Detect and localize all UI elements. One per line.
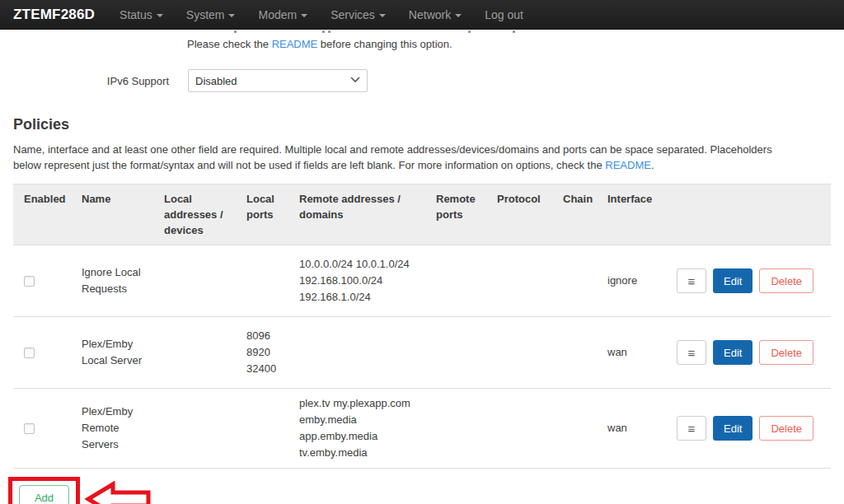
header-remote-ports: Remote ports — [425, 184, 486, 245]
local-ports — [236, 245, 288, 317]
ipv6-support-select[interactable]: Disabled — [188, 69, 368, 92]
navbar: ZTEMF286D Status System Modem Services N… — [0, 0, 844, 30]
policies-title: Policies — [13, 116, 831, 133]
edit-button[interactable]: Edit — [713, 340, 753, 365]
remote-ports — [425, 245, 486, 317]
chain — [552, 245, 597, 317]
header-actions — [666, 184, 831, 245]
header-enabled: Enabled — [13, 184, 71, 245]
row-menu-button[interactable]: ≡ — [677, 416, 706, 441]
edit-button[interactable]: Edit — [713, 268, 753, 293]
policies-description: Name, interface and at least one other f… — [13, 142, 831, 173]
policies-table: Enabled Name Local addresses / devices L… — [13, 184, 831, 469]
local-addresses — [153, 317, 236, 389]
enabled-checkbox[interactable] — [24, 423, 35, 434]
nav-network[interactable]: Network — [397, 0, 473, 30]
interface: wan — [597, 389, 666, 469]
protocol — [486, 389, 552, 469]
remote-ports — [425, 389, 486, 469]
remote-addresses: 10.0.0.0/24 10.0.1.0/24 192.168.100.0/24… — [288, 245, 425, 317]
ipv6-support-row: IPv6 Support Disabled — [13, 69, 831, 92]
delete-button[interactable]: Delete — [759, 268, 814, 293]
caret-down-icon — [228, 14, 235, 17]
header-name: Name — [71, 184, 153, 245]
local-addresses — [153, 245, 236, 317]
add-area: Add — [13, 477, 831, 504]
chain — [552, 389, 597, 469]
enabled-checkbox[interactable] — [24, 276, 35, 287]
annotation-arrow-left-icon — [85, 480, 152, 504]
caret-down-icon — [301, 14, 307, 17]
ipv6-option-description: Please check the README before changing … — [187, 38, 831, 50]
app-brand: ZTEMF286D — [13, 7, 95, 23]
protocol — [486, 317, 552, 389]
delete-button[interactable]: Delete — [759, 340, 814, 365]
protocol — [486, 245, 552, 317]
menu-icon: ≡ — [688, 346, 696, 360]
nav-logout[interactable]: Log out — [473, 0, 535, 30]
remote-addresses: plex.tv my.plexapp.com emby.media app.em… — [288, 389, 425, 469]
caret-down-icon — [379, 14, 386, 17]
row-menu-button[interactable]: ≡ — [677, 340, 706, 365]
policy-name: Plex/Emby Local Server — [71, 317, 153, 389]
nav-modem[interactable]: Modem — [246, 0, 319, 30]
remote-addresses — [288, 317, 425, 389]
policy-name: Ignore Local Requests — [71, 245, 153, 317]
header-local-ports: Local ports — [236, 184, 288, 245]
header-local-addresses: Local addresses / devices — [153, 184, 236, 245]
header-remote-addresses: Remote addresses / domains — [288, 184, 425, 245]
ipv6-support-label: IPv6 Support — [13, 75, 169, 87]
annotation-highlight-box: Add — [8, 477, 80, 504]
header-protocol: Protocol — [486, 184, 552, 245]
readme-link[interactable]: README — [272, 38, 318, 50]
remote-ports — [425, 317, 486, 389]
local-ports: 8096 8920 32400 — [236, 317, 288, 389]
row-menu-button[interactable]: ≡ — [677, 268, 706, 293]
edit-button[interactable]: Edit — [713, 416, 753, 441]
policy-name: Plex/Emby Remote Servers — [71, 389, 153, 469]
menu-icon: ≡ — [688, 274, 696, 288]
enabled-checkbox[interactable] — [24, 348, 35, 358]
delete-button[interactable]: Delete — [759, 416, 814, 441]
nav-status[interactable]: Status — [108, 0, 175, 30]
table-header-row: Enabled Name Local addresses / devices L… — [13, 184, 831, 245]
chain — [552, 317, 597, 389]
add-button[interactable]: Add — [19, 485, 69, 504]
interface: wan — [597, 317, 666, 389]
caret-down-icon — [455, 14, 462, 17]
readme-link[interactable]: README — [605, 159, 651, 171]
caret-down-icon — [157, 14, 163, 17]
table-row: Plex/Emby Local Server 8096 8920 32400 w… — [13, 317, 831, 389]
table-row: Ignore Local Requests 10.0.0.0/24 10.0.1… — [13, 245, 831, 317]
interface: ignore — [597, 245, 666, 317]
local-ports — [236, 389, 288, 469]
local-addresses — [153, 389, 236, 469]
table-row: Plex/Emby Remote Servers plex.tv my.plex… — [13, 389, 831, 469]
header-chain: Chain — [552, 184, 597, 245]
nav-system[interactable]: System — [175, 0, 247, 30]
clipped-text-line — [0, 30, 844, 33]
menu-icon: ≡ — [688, 422, 696, 436]
header-interface: Interface — [597, 184, 666, 245]
nav-services[interactable]: Services — [319, 0, 397, 30]
